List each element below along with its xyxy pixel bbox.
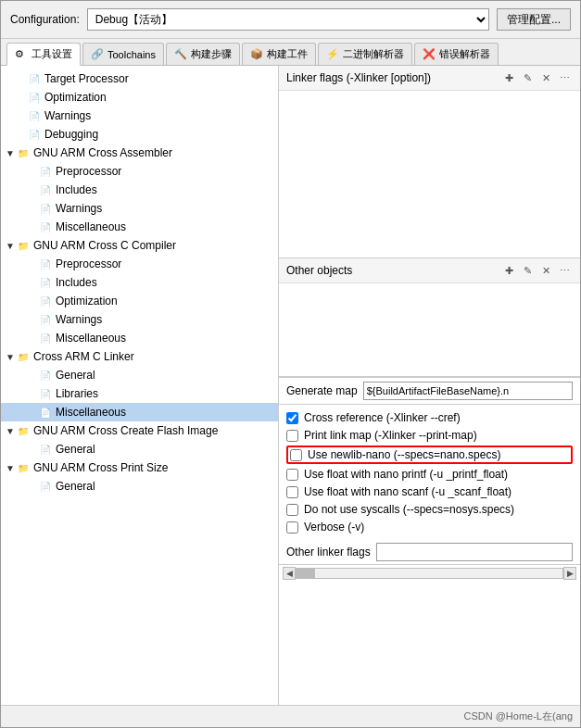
- bottom-bar-text: CSDN @Home-L在(ang: [463, 709, 573, 723]
- right-panel: Linker flags (-Xlinker [option]) ✚ ✎ ✕ ⋯…: [279, 66, 580, 705]
- tree-label: Libraries: [56, 387, 98, 400]
- tree-label: Miscellaneous: [56, 332, 126, 345]
- tree-item-miscellaneous-3[interactable]: 📄 Miscellaneous: [1, 403, 278, 421]
- float-printf-checkbox[interactable]: [286, 469, 298, 481]
- tree-label: Optimization: [44, 91, 107, 104]
- tree-item-optimization[interactable]: 📄 Optimization: [1, 88, 278, 107]
- tab-toolchains[interactable]: 🔗 Toolchains: [82, 43, 164, 65]
- other-linker-flags-label: Other linker flags: [286, 546, 371, 559]
- option-float-scanf: Use float with nano scanf (-u _scanf_flo…: [286, 484, 573, 499]
- tree-item-includes-2[interactable]: 📄 Includes: [1, 273, 278, 292]
- tab-binary-parser[interactable]: ⚡ 二进制解析器: [318, 43, 412, 65]
- tree-label: GNU ARM Cross Assembler: [33, 146, 172, 159]
- tree-item-warnings-2[interactable]: 📄 Warnings: [1, 199, 278, 218]
- other-linker-flags-row: Other linker flags: [279, 540, 580, 564]
- float-scanf-label: Use float with nano scanf (-u _scanf_flo…: [304, 485, 512, 498]
- tree-label: Warnings: [44, 109, 91, 122]
- tree-item-preprocessor-2[interactable]: 📄 Preprocessor: [1, 255, 278, 273]
- tree-item-debugging[interactable]: 📄 Debugging: [1, 125, 278, 144]
- tree-label: Target Processor: [44, 72, 129, 85]
- item-icon: 📄: [38, 294, 53, 308]
- tree-item-optimization-2[interactable]: 📄 Optimization: [1, 292, 278, 310]
- linker-flags-content: [279, 91, 580, 257]
- delete-other-object-button[interactable]: ✕: [537, 262, 554, 279]
- verbose-label: Verbose (-v): [304, 521, 364, 533]
- tree-label: Includes: [56, 183, 97, 196]
- more-other-object-button[interactable]: ⋯: [556, 262, 573, 279]
- edit-linker-flag-button[interactable]: ✎: [519, 69, 536, 86]
- tree-item-gnu-arm-print-size[interactable]: ▼ 📁 GNU ARM Cross Print Size: [1, 458, 278, 477]
- tab-error-parser[interactable]: ❌ 错误解析器: [414, 43, 499, 65]
- more-linker-flag-button[interactable]: ⋯: [556, 69, 573, 86]
- linker-flags-header: Linker flags (-Xlinker [option]) ✚ ✎ ✕ ⋯: [279, 66, 580, 91]
- delete-linker-flag-button[interactable]: ✕: [537, 69, 554, 86]
- no-syscalls-label: Do not use syscalls (--specs=nosys.specs…: [304, 503, 514, 516]
- scrollbar-thumb: [297, 569, 315, 578]
- manage-config-button[interactable]: 管理配置...: [497, 8, 571, 31]
- tab-binary-parser-label: 二进制解析器: [343, 47, 404, 61]
- tree-label: GNU ARM Cross Print Size: [33, 461, 168, 474]
- folder-icon: 📁: [16, 145, 31, 160]
- tree-item-general-3[interactable]: 📄 General: [1, 477, 278, 496]
- horizontal-scrollbar[interactable]: [296, 568, 563, 579]
- error-parser-icon: ❌: [423, 48, 436, 61]
- tree-item-warnings[interactable]: 📄 Warnings: [1, 107, 278, 125]
- tab-build-artifact[interactable]: 📦 构建工件: [242, 43, 316, 65]
- tab-build-artifact-label: 构建工件: [267, 47, 308, 61]
- config-label: Configuration:: [10, 13, 80, 26]
- item-icon: 📄: [38, 405, 53, 420]
- tree-item-gnu-arm-flash-image[interactable]: ▼ 📁 GNU ARM Cross Create Flash Image: [1, 421, 278, 440]
- tree-item-general-1[interactable]: 📄 General: [1, 366, 278, 384]
- tree-item-includes-1[interactable]: 📄 Includes: [1, 181, 278, 199]
- tree-item-general-2[interactable]: 📄 General: [1, 440, 278, 458]
- item-icon: 📄: [38, 331, 53, 345]
- tree-label: General: [56, 480, 95, 493]
- tree-item-warnings-3[interactable]: 📄 Warnings: [1, 310, 278, 329]
- expand-arrow: ▼: [5, 148, 16, 158]
- print-map-label: Print link map (-Xlinker --print-map): [304, 429, 477, 442]
- main-window: Configuration: Debug【活动】 管理配置... ⚙ 工具设置 …: [0, 0, 581, 728]
- cross-ref-label: Cross reference (-Xlinker --cref): [304, 411, 461, 424]
- float-scanf-checkbox[interactable]: [286, 486, 298, 498]
- item-icon: 📄: [38, 368, 53, 383]
- tab-tools[interactable]: ⚙ 工具设置: [6, 43, 81, 66]
- cross-ref-checkbox[interactable]: [286, 412, 298, 424]
- tree-item-libraries[interactable]: 📄 Libraries: [1, 384, 278, 403]
- option-cross-ref: Cross reference (-Xlinker --cref): [286, 410, 573, 425]
- tree-item-target-processor[interactable]: 📄 Target Processor: [1, 69, 278, 88]
- item-icon: 📄: [27, 127, 42, 142]
- tree-item-miscellaneous-2[interactable]: 📄 Miscellaneous: [1, 329, 278, 347]
- item-icon: 📄: [38, 164, 53, 179]
- newlib-nano-label: Use newlib-nano (--specs=nano.specs): [308, 448, 500, 461]
- tree-item-gnu-arm-c-compiler[interactable]: ▼ 📁 GNU ARM Cross C Compiler: [1, 236, 278, 255]
- print-map-checkbox[interactable]: [286, 430, 298, 442]
- item-icon: 📄: [38, 442, 53, 457]
- other-linker-flags-input[interactable]: [376, 543, 573, 561]
- scroll-left-arrow[interactable]: ◀: [283, 567, 296, 580]
- generate-map-input[interactable]: [363, 382, 573, 400]
- tools-icon: ⚙: [15, 48, 28, 61]
- tree-label: Optimization: [56, 295, 118, 308]
- item-icon: 📄: [38, 220, 53, 234]
- tree-item-gnu-arm-assembler[interactable]: ▼ 📁 GNU ARM Cross Assembler: [1, 144, 278, 162]
- tree-item-miscellaneous-1[interactable]: 📄 Miscellaneous: [1, 218, 278, 236]
- edit-other-object-button[interactable]: ✎: [519, 262, 536, 279]
- tab-error-parser-label: 错误解析器: [439, 47, 490, 61]
- item-icon: 📄: [38, 386, 53, 401]
- add-linker-flag-button[interactable]: ✚: [500, 69, 517, 86]
- tab-build-steps[interactable]: 🔨 构建步骤: [166, 43, 240, 65]
- tree-label: Preprocessor: [56, 257, 121, 270]
- tree-item-cross-arm-c-linker[interactable]: ▼ 📁 Cross ARM C Linker: [1, 347, 278, 366]
- tree-label: Includes: [56, 276, 97, 289]
- add-other-object-button[interactable]: ✚: [500, 262, 517, 279]
- verbose-checkbox[interactable]: [286, 521, 298, 533]
- no-syscalls-checkbox[interactable]: [286, 504, 298, 516]
- newlib-nano-checkbox[interactable]: [290, 449, 302, 461]
- expand-arrow: ▼: [5, 426, 16, 436]
- other-objects-title: Other objects: [286, 264, 352, 277]
- build-artifact-icon: 📦: [250, 48, 263, 61]
- config-select[interactable]: Debug【活动】: [87, 8, 489, 31]
- tree-item-preprocessor-1[interactable]: 📄 Preprocessor: [1, 162, 278, 181]
- scroll-right-arrow[interactable]: ▶: [563, 567, 576, 580]
- left-panel: 📄 Target Processor 📄 Optimization 📄 Warn…: [1, 66, 279, 705]
